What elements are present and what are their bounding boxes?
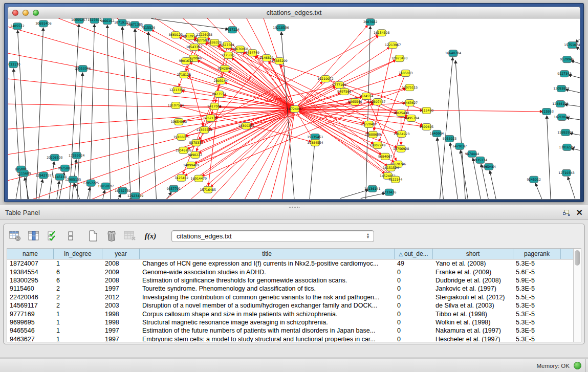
- table-cell[interactable]: 5.3E-5: [513, 259, 561, 268]
- table-cell[interactable]: 1998: [102, 310, 140, 318]
- network-window[interactable]: citations_edges.txt 24055723069140610655…: [4, 3, 584, 202]
- table-cell[interactable]: Structural magnetic resonance image aver…: [140, 318, 395, 326]
- column-header-year[interactable]: year: [102, 249, 140, 259]
- vertical-scrollbar[interactable]: [573, 249, 581, 342]
- table-cell[interactable]: 9777169: [7, 310, 54, 318]
- table-settings-icon[interactable]: [9, 229, 22, 243]
- graph-edge[interactable]: [70, 24, 79, 199]
- table-cell[interactable]: 22420046: [7, 293, 54, 301]
- table-cell[interactable]: 14569117: [7, 301, 54, 310]
- table-cell[interactable]: 6: [54, 276, 102, 285]
- table-cell[interactable]: Jankovic et al. (1997): [433, 285, 513, 293]
- column-header-short[interactable]: short: [433, 249, 513, 259]
- table-cell[interactable]: Wolkin et al. (1998): [433, 318, 513, 326]
- table-cell[interactable]: Dudbridge et al. (2008): [433, 276, 513, 285]
- table-cell[interactable]: 1: [54, 318, 102, 326]
- table-cell[interactable]: de Silva et al. (2003): [433, 301, 513, 310]
- graph-edge[interactable]: [361, 193, 385, 198]
- table-cell[interactable]: 2: [54, 285, 102, 293]
- delete-entry-trash-icon[interactable]: [105, 229, 118, 243]
- table-cell[interactable]: Hescheler et al. (1997): [433, 335, 513, 342]
- column-header-pagerank[interactable]: pagerank: [513, 249, 561, 259]
- graph-edge[interactable]: [366, 96, 397, 161]
- table-cell[interactable]: 9699695: [7, 318, 54, 326]
- table-cell[interactable]: Changes of HCN gene expression and I(f) …: [140, 259, 395, 268]
- graph-edge[interactable]: [190, 62, 295, 109]
- column-header-in_degree[interactable]: in_degree: [54, 249, 102, 259]
- table-cell[interactable]: Franke et al. (2009): [433, 268, 513, 276]
- table-row[interactable]: 977716911998Corpus callosum shape and si…: [7, 310, 573, 318]
- table-cell[interactable]: 5.3E-5: [513, 326, 561, 335]
- table-cell[interactable]: 2: [54, 293, 102, 301]
- table-selector-dropdown[interactable]: citations_edges.txt ▲▼: [171, 230, 374, 242]
- graph-edge[interactable]: [197, 60, 295, 109]
- graph-edge[interactable]: [571, 61, 580, 64]
- table-cell[interactable]: Tourette syndrome. Phenomenology and cla…: [140, 285, 395, 293]
- table-row[interactable]: 1872400712008Changes of HCN gene express…: [7, 259, 573, 268]
- table-cell[interactable]: 0: [395, 326, 433, 335]
- graph-edge[interactable]: [13, 69, 21, 200]
- table-cell[interactable]: Nakamura et al. (1997): [433, 326, 513, 335]
- table-row[interactable]: 1938455462009Genome-wide association stu…: [7, 268, 573, 276]
- table-cell[interactable]: Genome-wide association studies in ADHD.: [140, 268, 395, 276]
- table-row[interactable]: 911546021997Tourette syndrome. Phenomeno…: [7, 285, 573, 293]
- table-row[interactable]: 1456911722003Disruption of a novel membe…: [7, 301, 573, 310]
- graph-edge[interactable]: [148, 32, 157, 199]
- table-cell[interactable]: 19384554: [7, 268, 54, 276]
- table-cell[interactable]: 2: [54, 301, 102, 310]
- table-cell[interactable]: 1997: [102, 326, 140, 335]
- row-height-icon[interactable]: [64, 229, 77, 243]
- graph-edge[interactable]: [455, 60, 465, 200]
- function-builder-icon[interactable]: f(x): [144, 229, 157, 243]
- table-cell[interactable]: 0: [395, 310, 433, 318]
- table-cell[interactable]: 5.3E-5: [513, 301, 561, 310]
- column-header-title[interactable]: title: [140, 249, 395, 259]
- table-cell[interactable]: 2012: [102, 293, 140, 301]
- table-cell[interactable]: Stergiakouli et al. (2012): [433, 293, 513, 301]
- table-cell[interactable]: 0: [395, 285, 433, 293]
- table-cell[interactable]: 49: [395, 259, 433, 268]
- table-cell[interactable]: 0: [395, 276, 433, 285]
- table-cell[interactable]: 1: [54, 310, 102, 318]
- table-cell[interactable]: Estimation of significance thresholds fo…: [140, 276, 395, 285]
- table-cell[interactable]: 2003: [102, 301, 140, 310]
- graph-edge[interactable]: [490, 171, 496, 200]
- graph-edge[interactable]: [224, 109, 295, 200]
- graph-edge[interactable]: [151, 18, 229, 29]
- table-cell[interactable]: 0: [395, 335, 433, 342]
- graph-edge[interactable]: [374, 45, 393, 130]
- splitter-handle-icon[interactable]: [289, 206, 300, 208]
- table-cell[interactable]: 9465546: [7, 326, 54, 335]
- graph-edge[interactable]: [366, 26, 371, 199]
- network-window-titlebar[interactable]: citations_edges.txt: [8, 7, 580, 18]
- table-row[interactable]: 946362711997Embryonic stem cells: a mode…: [7, 335, 573, 342]
- graph-edge[interactable]: [547, 116, 551, 200]
- column-header-name[interactable]: name: [7, 249, 54, 259]
- graph-edge[interactable]: [310, 141, 315, 200]
- graph-edge[interactable]: [179, 47, 194, 86]
- float-panel-icon[interactable]: [563, 210, 570, 216]
- table-cell[interactable]: 5.3E-5: [513, 310, 561, 318]
- table-cell[interactable]: Corpus callosum shape and size in male p…: [140, 310, 395, 318]
- table-cell[interactable]: 1997: [102, 285, 140, 293]
- table-cell[interactable]: 2008: [102, 259, 140, 268]
- table-cell[interactable]: 5.6E-5: [513, 268, 561, 276]
- table-cell[interactable]: 0: [395, 268, 433, 276]
- table-cell[interactable]: Tibbo et al. (1998): [433, 310, 513, 318]
- column-header-out_de[interactable]: △out_de...: [395, 249, 433, 259]
- table-cell[interactable]: 1: [54, 326, 102, 335]
- table-cell[interactable]: 0: [395, 293, 433, 301]
- graph-edge[interactable]: [461, 150, 468, 200]
- table-cell[interactable]: 5.3E-5: [513, 318, 561, 326]
- table-cell[interactable]: 18300295: [7, 276, 54, 285]
- table-row[interactable]: 2242004622012Investigating the contribut…: [7, 293, 573, 301]
- graph-edge[interactable]: [473, 158, 481, 200]
- table-cell[interactable]: 18724007: [7, 259, 54, 268]
- table-cell[interactable]: 9115460: [7, 285, 54, 293]
- table-cell[interactable]: 5.3E-5: [513, 335, 561, 342]
- show-columns-icon[interactable]: [27, 229, 40, 243]
- table-cell[interactable]: 6: [54, 268, 102, 276]
- table-row[interactable]: 946554611997Estimation of the future num…: [7, 326, 573, 335]
- dropdown-stepper-icon[interactable]: ▲▼: [364, 232, 372, 240]
- table-cell[interactable]: 5.5E-5: [513, 293, 561, 301]
